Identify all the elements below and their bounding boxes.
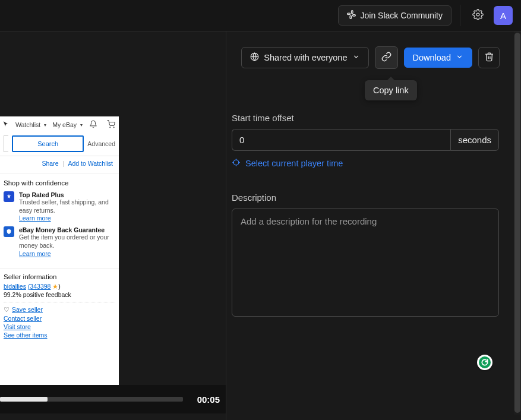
bell-icon[interactable] — [89, 120, 97, 130]
other-items-link[interactable]: See other items — [4, 331, 115, 339]
svg-point-0 — [476, 13, 479, 16]
svg-point-9 — [113, 127, 114, 128]
seller-count[interactable]: (343398 — [28, 283, 51, 290]
copy-link-button[interactable] — [375, 46, 398, 69]
avatar[interactable]: A — [494, 6, 513, 25]
grammarly-badge[interactable] — [477, 355, 492, 370]
delete-button[interactable] — [478, 47, 500, 68]
download-label: Download — [413, 53, 451, 62]
chevron-down-icon — [352, 53, 360, 62]
watchlist-nav[interactable]: Watchlist▾ — [15, 121, 46, 128]
heart-icon: ♡ — [4, 306, 10, 313]
vertical-divider — [226, 31, 226, 420]
moneyback-sub: Get the item you ordered or your money b… — [19, 233, 115, 250]
progress-bar[interactable] — [0, 397, 183, 402]
timecode: 00:05 — [189, 394, 220, 405]
seller-name-link[interactable]: bidallies — [4, 283, 26, 290]
description-textarea[interactable] — [232, 209, 499, 317]
link-icon — [381, 52, 391, 64]
slack-icon — [347, 10, 356, 21]
save-seller-link[interactable]: Save seller — [12, 306, 43, 313]
description-label: Description — [232, 192, 499, 203]
moneyback-title: eBay Money Back Guarantee — [19, 226, 115, 233]
topbar-divider — [460, 5, 460, 26]
shop-confidence-title: Shop with confidence — [4, 179, 115, 187]
progress-fill — [0, 397, 48, 402]
seller-feedback: 99.2% positive feedback — [4, 291, 115, 298]
myebay-nav[interactable]: My eBay▾ — [52, 121, 83, 128]
join-slack-button[interactable]: Join Slack Community — [338, 5, 452, 26]
player-bar: 00:05 — [0, 385, 226, 413]
copy-link-tooltip: Copy link — [365, 80, 417, 100]
top-rated-badge-icon — [4, 191, 14, 202]
offset-unit-label: seconds — [450, 129, 499, 151]
category-select-fragment[interactable] — [4, 135, 8, 152]
contact-seller-link[interactable]: Contact seller — [4, 315, 115, 322]
moneyback-badge-icon — [4, 226, 14, 237]
top-rated-title: Top Rated Plus — [19, 191, 115, 198]
chevron-down-icon — [456, 53, 463, 62]
cursor-icon — [2, 120, 10, 130]
svg-point-8 — [110, 127, 110, 128]
seller-info-title: Seller information — [4, 273, 115, 280]
gear-icon — [472, 9, 484, 23]
add-watchlist-link[interactable]: Add to Watchlist — [68, 160, 113, 167]
moneyback-learn-link[interactable]: Learn more — [19, 250, 51, 257]
select-current-time-button[interactable]: Select current player time — [232, 158, 343, 169]
settings-button[interactable] — [469, 7, 487, 24]
share-scope-label: Shared with everyone — [264, 53, 347, 62]
start-offset-label: Start time offset — [232, 113, 499, 123]
search-button[interactable]: Search — [12, 135, 84, 152]
globe-icon — [250, 52, 259, 63]
top-rated-sub: Trusted seller, fast shipping, and easy … — [19, 198, 115, 214]
visit-store-link[interactable]: Visit store — [4, 323, 115, 330]
cart-icon[interactable] — [107, 120, 115, 130]
share-link[interactable]: Share — [42, 160, 58, 167]
scrollbar[interactable] — [514, 31, 521, 415]
svg-point-3 — [233, 160, 239, 165]
share-scope-button[interactable]: Shared with everyone — [241, 47, 368, 68]
top-rated-learn-link[interactable]: Learn more — [19, 214, 51, 222]
slack-button-label: Join Slack Community — [361, 11, 443, 20]
tooltip-text: Copy link — [373, 86, 409, 95]
advanced-search-link[interactable]: Advanced — [87, 140, 115, 147]
select-current-time-label: Select current player time — [245, 159, 343, 168]
trash-icon — [484, 52, 494, 64]
star-icon: ★ — [52, 283, 58, 290]
download-button[interactable]: Download — [404, 48, 473, 68]
crosshair-icon — [232, 158, 241, 169]
avatar-initial: A — [500, 11, 506, 21]
recording-preview: Watchlist▾ My eBay▾ Search Advanced Shar… — [0, 116, 119, 385]
scrollbar-thumb[interactable] — [514, 33, 520, 413]
start-offset-input[interactable] — [232, 129, 450, 151]
